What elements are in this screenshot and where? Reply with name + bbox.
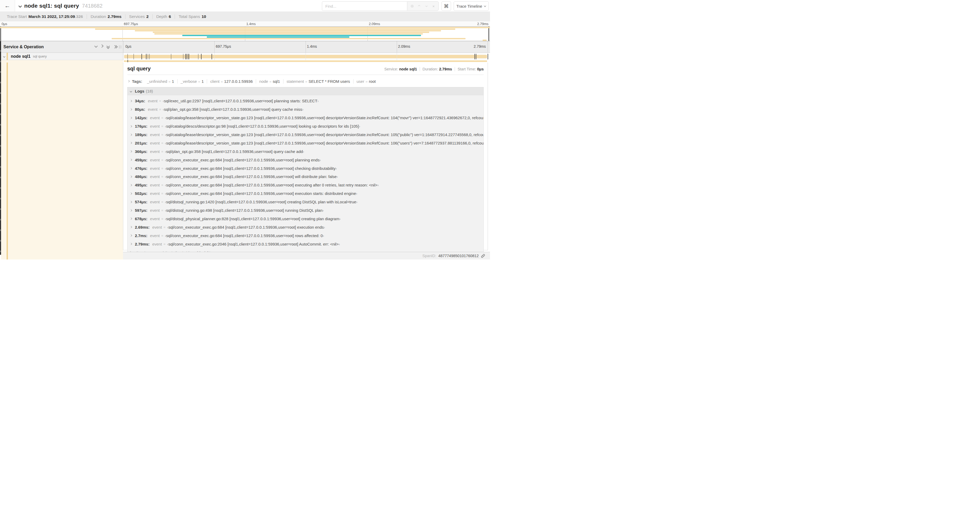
tag: client=127.0.0.1:59936 bbox=[207, 79, 256, 84]
span-bar-track[interactable] bbox=[123, 53, 488, 60]
log-marker-tick bbox=[134, 54, 134, 59]
view-options-button[interactable]: Trace Timeline bbox=[453, 1, 489, 11]
minimap-left-handle[interactable] bbox=[0, 27, 1, 41]
chevron-right-icon bbox=[130, 226, 132, 228]
log-marker-tick bbox=[189, 54, 189, 59]
keyboard-shortcuts-button[interactable]: ⌘ bbox=[442, 1, 451, 11]
log-row[interactable]: 2.79ms:event=‹sql/conn_executor_exec.go:… bbox=[127, 240, 484, 248]
span-row: node sql1 sql query bbox=[0, 53, 490, 60]
collapse-all-icon[interactable] bbox=[107, 45, 110, 48]
log-row[interactable]: 502μs:event=‹sql/conn_executor_exec.go:6… bbox=[127, 189, 484, 198]
log-row[interactable]: 34μs:event=‹sql/exec_util.go:2297 [nsql1… bbox=[127, 97, 484, 105]
log-equals: = bbox=[161, 166, 163, 170]
chevron-right-icon bbox=[130, 176, 132, 178]
log-row[interactable]: 476μs:event=‹sql/conn_executor_exec.go:6… bbox=[127, 164, 484, 172]
log-row[interactable]: 142μs:event=‹sql/catalog/lease/descripto… bbox=[127, 114, 484, 122]
log-equals: = bbox=[161, 116, 163, 120]
logs-header[interactable]: Logs (18) bbox=[127, 87, 484, 95]
summary-label: Total Spans bbox=[178, 14, 200, 19]
tag: _verbose=1 bbox=[178, 79, 207, 84]
detail-row-strip-left bbox=[1, 60, 123, 62]
tag-key: user bbox=[357, 79, 364, 84]
span-operation-name: sql query bbox=[33, 54, 47, 58]
summary-item: Services2 bbox=[126, 14, 153, 19]
log-message: ‹sql/distsql_running.go:498 [nsql1,clien… bbox=[165, 208, 324, 212]
log-message-text: sql/conn_executor_exec.go:684 [nsql1,cli… bbox=[168, 225, 324, 230]
chevron-right-icon bbox=[127, 80, 130, 82]
log-field-key: event bbox=[150, 183, 160, 187]
close-quote: › bbox=[356, 191, 357, 196]
trace-title-group[interactable]: node sql1: sql query 7418682 bbox=[19, 0, 102, 11]
time-tick-label: 2.79ms bbox=[474, 44, 486, 48]
locate-icon[interactable] bbox=[410, 4, 414, 8]
tags-label: Tags: bbox=[132, 79, 142, 84]
close-quote: › bbox=[337, 174, 338, 179]
log-row[interactable]: 486μs:event=‹sql/conn_executor_exec.go:6… bbox=[127, 172, 484, 181]
minimap-right-handle[interactable] bbox=[488, 27, 489, 41]
log-row[interactable]: 597μs:event=‹sql/distsql_running.go:498 … bbox=[127, 206, 484, 215]
clear-find-icon[interactable]: × bbox=[431, 4, 436, 8]
log-row[interactable]: 678μs:event=‹sql/distsql_physical_planne… bbox=[127, 214, 484, 223]
column-resize-handle[interactable] bbox=[119, 45, 121, 48]
close-quote: › bbox=[320, 158, 321, 162]
detail-span-tick bbox=[127, 60, 128, 62]
log-row[interactable]: 2.7ms:event=‹sql/conn_executor_exec.go:6… bbox=[127, 231, 484, 240]
log-marker-tick bbox=[474, 54, 475, 59]
log-message: ‹sql/conn_executor_exec.go:684 [nsql1,cl… bbox=[165, 166, 337, 171]
summary-value-fraction: .326 bbox=[75, 14, 83, 19]
expand-one-icon[interactable] bbox=[101, 45, 103, 48]
chevron-right-icon bbox=[130, 100, 132, 102]
log-row[interactable]: 495μs:event=‹sql/conn_executor_exec.go:6… bbox=[127, 181, 484, 189]
span-row-header[interactable]: node sql1 sql query bbox=[1, 53, 123, 60]
minimap-span-bar bbox=[483, 40, 487, 41]
prev-match-icon[interactable] bbox=[417, 4, 422, 8]
log-row[interactable]: 459μs:event=‹sql/conn_executor_exec.go:6… bbox=[127, 156, 484, 164]
back-button[interactable]: ← bbox=[0, 0, 15, 11]
link-icon[interactable] bbox=[481, 254, 485, 258]
log-field-key: event bbox=[150, 166, 160, 171]
expand-all-icon[interactable] bbox=[113, 45, 117, 48]
log-row[interactable]: 2.69ms:event=‹sql/conn_executor_exec.go:… bbox=[127, 223, 484, 231]
log-equals: = bbox=[159, 99, 161, 103]
command-icon: ⌘ bbox=[444, 3, 449, 9]
tags-row[interactable]: Tags: _unfinished=1_verbose=1client=127.… bbox=[127, 78, 484, 85]
log-row[interactable]: 176μs:event=‹sql/catalog/descs/descripto… bbox=[127, 122, 484, 131]
logs-section: Logs (18) 34μs:event=‹sql/exec_util.go:2… bbox=[127, 87, 484, 257]
tag-key: _verbose bbox=[181, 79, 197, 84]
tag-value: SELECT * FROM users bbox=[309, 79, 350, 84]
log-message: ‹sql/catalog/descs/descriptor.go:98 [nsq… bbox=[165, 124, 360, 128]
log-marker-tick bbox=[188, 54, 188, 59]
log-equals: = bbox=[164, 242, 166, 246]
tag-equals: = bbox=[305, 80, 307, 84]
minimap-span-bar bbox=[135, 30, 441, 31]
time-tick-label: 1.4ms bbox=[246, 22, 256, 26]
summary-item: Duration2.79ms bbox=[87, 14, 126, 19]
log-row[interactable]: 366μs:event=‹sql/plan_opt.go:358 [nsql1,… bbox=[127, 147, 484, 156]
next-match-icon[interactable] bbox=[424, 4, 429, 8]
close-quote: › bbox=[323, 233, 324, 238]
tag: statement=SELECT * FROM users bbox=[283, 79, 353, 84]
selected-row-highlight bbox=[1, 62, 123, 260]
log-row[interactable]: 574μs:event=‹sql/distsql_running.go:1420… bbox=[127, 198, 484, 206]
log-equals: = bbox=[161, 217, 163, 221]
close-quote: › bbox=[302, 107, 304, 112]
log-row[interactable]: 80μs:event=‹sql/plan_opt.go:358 [nsql1,c… bbox=[127, 105, 484, 114]
summary-value: 2 bbox=[146, 14, 149, 19]
timeline-minimap[interactable] bbox=[0, 26, 490, 41]
minimap-span-bar bbox=[0, 27, 490, 28]
detail-span-bar bbox=[124, 61, 487, 62]
log-field-key: event bbox=[150, 208, 160, 212]
log-row[interactable]: 189μs:event=‹sql/catalog/lease/descripto… bbox=[127, 131, 484, 139]
log-equals: = bbox=[161, 208, 163, 212]
log-row[interactable]: 201μs:event=‹sql/catalog/lease/descripto… bbox=[127, 139, 484, 147]
tag-value: 1 bbox=[202, 79, 204, 84]
find-input[interactable] bbox=[322, 1, 407, 11]
view-options-label: Trace Timeline bbox=[457, 4, 482, 8]
collapse-one-icon[interactable] bbox=[95, 45, 97, 48]
detail-row-strip bbox=[0, 60, 490, 62]
log-timestamp: 189μs: bbox=[135, 133, 148, 137]
log-timestamp: 142μs: bbox=[135, 115, 148, 120]
vertical-scrollbar[interactable] bbox=[0, 41, 1, 255]
close-quote: › bbox=[356, 200, 358, 204]
close-quote: › bbox=[377, 183, 379, 187]
